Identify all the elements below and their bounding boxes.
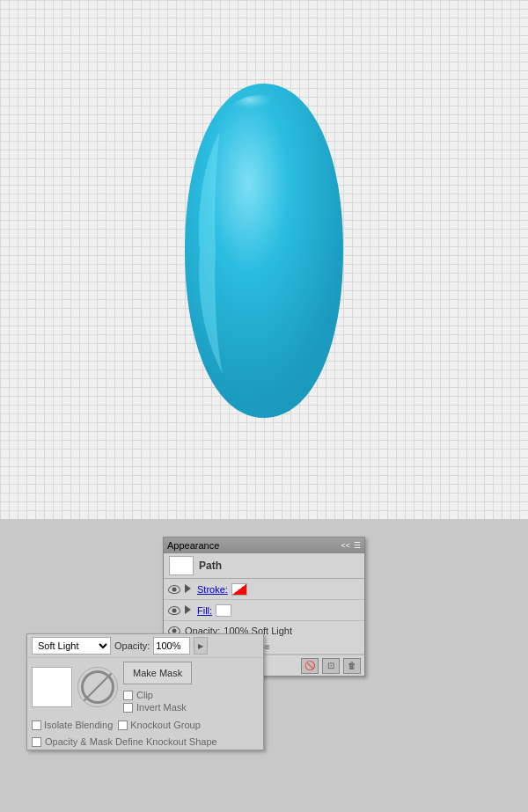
make-mask-button[interactable]: Make Mask <box>123 662 192 684</box>
opacity-input[interactable] <box>153 637 190 655</box>
bottom-panel: Appearance << ☰ Path Stroke: <box>0 519 528 812</box>
fill-link[interactable]: Fill: <box>197 605 212 616</box>
invert-mask-label: Invert Mask <box>136 702 187 713</box>
path-icon <box>169 556 194 575</box>
fill-arrow-icon[interactable] <box>185 605 194 616</box>
duplicate-button[interactable]: ⊡ <box>322 658 340 674</box>
invert-mask-row: Invert Mask <box>123 702 192 713</box>
opacity-arrow-button[interactable]: ▶ <box>194 637 208 655</box>
knockout-group-checkbox[interactable] <box>118 721 128 730</box>
fill-row: Fill: <box>164 600 364 621</box>
invert-mask-checkbox[interactable] <box>123 703 133 713</box>
thumbnail-row: Make Mask Clip Invert Mask <box>27 658 263 716</box>
stroke-row: Stroke: <box>164 579 364 600</box>
clip-label: Clip <box>136 690 153 700</box>
appearance-header: Path <box>164 553 364 579</box>
collapse-icon[interactable]: << <box>341 541 350 550</box>
knockout-group-row: Knockout Group <box>118 720 201 730</box>
stroke-arrow-icon[interactable] <box>185 584 194 595</box>
opacity-mask-label: Opacity & Mask Define Knockout Shape <box>45 736 217 747</box>
menu-icon[interactable]: ☰ <box>354 541 361 550</box>
opacity-mask-checkbox[interactable] <box>32 737 41 747</box>
clip-checkbox[interactable] <box>123 691 133 700</box>
stroke-swatch[interactable] <box>231 583 247 596</box>
clear-button[interactable]: 🚫 <box>301 658 319 674</box>
layer-thumbnail <box>32 667 72 707</box>
fill-eye-icon[interactable] <box>167 604 181 618</box>
isolate-blending-label: Isolate Blending <box>44 720 113 730</box>
stroke-eye-icon[interactable] <box>167 582 181 596</box>
knockout-group-label: Knockout Group <box>130 720 201 730</box>
delete-button[interactable]: 🗑 <box>343 658 361 674</box>
isolate-blending-row: Isolate Blending <box>32 720 113 730</box>
clip-row: Clip <box>123 690 192 700</box>
blend-opacity-row: Soft Light Normal Multiply Screen Overla… <box>27 634 263 658</box>
stroke-link[interactable]: Stroke: <box>197 584 228 595</box>
isolate-knockout-row: Isolate Blending Knockout Group <box>27 716 263 734</box>
opacity-mask-row: Opacity & Mask Define Knockout Shape <box>27 734 263 750</box>
isolate-blending-checkbox[interactable] <box>32 721 41 730</box>
path-label: Path <box>199 560 222 572</box>
egg-container <box>158 53 370 449</box>
layer-panel: Soft Light Normal Multiply Screen Overla… <box>26 633 264 750</box>
appearance-titlebar: Appearance << ☰ <box>164 538 364 553</box>
opacity-label2: Opacity: <box>114 640 150 651</box>
appearance-title: Appearance <box>167 540 219 551</box>
blend-mode-select[interactable]: Soft Light Normal Multiply Screen Overla… <box>32 637 111 655</box>
fill-swatch[interactable] <box>216 604 231 617</box>
egg-shape <box>172 66 356 435</box>
mask-options: Clip Invert Mask <box>123 690 192 713</box>
canvas-area <box>0 0 528 519</box>
no-mask-icon <box>77 667 118 707</box>
